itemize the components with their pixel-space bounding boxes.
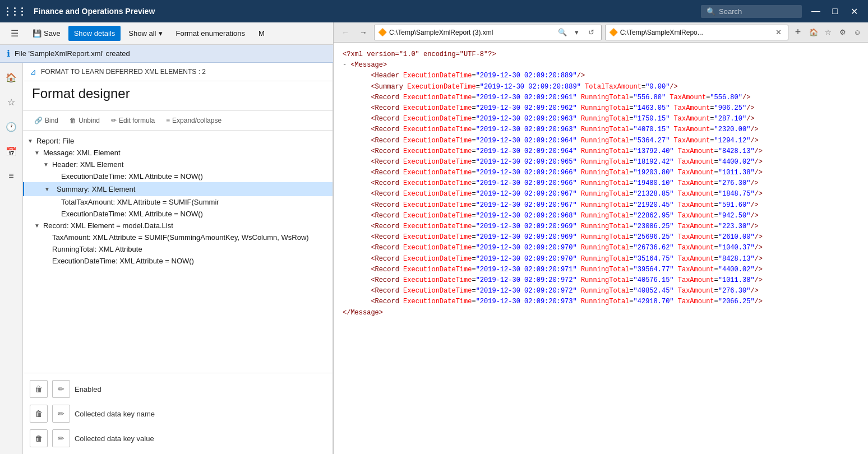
format-enumerations-button[interactable]: Format enumerations <box>170 26 251 41</box>
save-button[interactable]: 💾 Save <box>27 26 66 41</box>
browser-second-address-text: C:\Temp\SampleXmlRepo... <box>620 29 770 36</box>
xml-content: <?xml version="1.0" encoding="UTF-8"?> -… <box>334 43 868 454</box>
xml-line: <Record ExecutionDateTime="2019-12-30 02… <box>343 178 859 189</box>
browser-smiley-icon-button[interactable]: ☺ <box>851 26 864 39</box>
designer-header: Format designer <box>23 81 333 111</box>
notification-text: File 'SampleXmlReport.xml' created <box>15 49 130 58</box>
xml-line: - <Message> <box>343 60 859 71</box>
browser-search-address-button[interactable]: 🔍 <box>556 26 569 39</box>
sidebar-list-button[interactable]: ≡ <box>1 166 21 186</box>
browser-second-address: 🔶 C:\Temp\SampleXmlRepo... ✕ <box>605 25 788 40</box>
tree-arrow[interactable]: ▼ <box>34 223 41 229</box>
browser-home-icon-button[interactable]: 🏠 <box>807 26 820 39</box>
sidebar-icons: 🏠 ☆ 🕐 📅 ≡ <box>0 63 23 454</box>
tree-container: ▼ Report: File ▼ Message: XML Element ▼ … <box>23 131 333 373</box>
more-button[interactable]: M <box>253 26 270 41</box>
tree-item[interactable]: TotalTaxAmount: XML Attribute = SUMIF(Su… <box>23 196 333 208</box>
sidebar-home-button[interactable]: 🏠 <box>1 67 21 87</box>
window-close-button[interactable]: ✕ <box>847 4 861 18</box>
sidebar-clock-button[interactable]: 🕐 <box>1 117 21 137</box>
tree-item[interactable]: RunningTotal: XML Attribute <box>23 243 333 255</box>
prop-row-enabled: 🗑 ✏ Enabled <box>30 380 326 398</box>
xml-line: <Record ExecutionDateTime="2019-12-30 02… <box>343 146 859 157</box>
key-value-label: Collected data key value <box>75 434 154 443</box>
tree-item[interactable]: ▼ Header: XML Element <box>23 159 333 170</box>
browser-address-bar: 🔶 C:\Temp\SampleXmlReport (3).xml 🔍 ▾ ↺ <box>374 25 602 40</box>
sidebar-calendar-button[interactable]: 📅 <box>1 141 21 161</box>
sub-toolbar: 🔗 Bind 🗑 Unbind ✏ Edit formula ≡ Expand/… <box>23 111 333 131</box>
tree-arrow[interactable]: ▼ <box>43 161 50 168</box>
xml-line: <Record ExecutionDateTime="2019-12-30 02… <box>343 297 859 307</box>
browser-forward-button[interactable]: → <box>356 25 371 40</box>
show-all-button[interactable]: Show all ▾ <box>123 26 168 41</box>
expand-collapse-button[interactable]: ≡ Expand/collapse <box>161 114 226 127</box>
sidebar-star-button[interactable]: ☆ <box>1 92 21 112</box>
tree-label: Header: XML Element <box>52 160 123 169</box>
app-title: Finance and Operations Preview <box>34 7 694 16</box>
browser-gear-icon-button[interactable]: ⚙ <box>837 26 849 39</box>
prop-row-key-name: 🗑 ✏ Collected data key name <box>30 405 326 423</box>
edit-key-name-button[interactable]: ✏ <box>52 405 70 423</box>
tree-item[interactable]: ▼ Message: XML Element <box>23 147 333 159</box>
xml-line: <Record ExecutionDateTime="2019-12-30 02… <box>343 254 859 265</box>
tree-item[interactable]: ExecutionDateTime: XML Attribute = NOW() <box>23 208 333 220</box>
browser-refresh-button[interactable]: ↺ <box>585 26 598 39</box>
edit-formula-icon: ✏ <box>111 117 117 124</box>
tree-item[interactable]: ▼ Record: XML Element = model.Data.List <box>23 220 333 231</box>
window-maximize-button[interactable]: □ <box>828 4 842 18</box>
browser-address-icons: 🔍 ▾ ↺ <box>556 26 598 39</box>
unbind-icon: 🗑 <box>70 117 76 124</box>
delete-enabled-button[interactable]: 🗑 <box>30 380 48 398</box>
tree-label: Report: File <box>36 137 74 145</box>
xml-line: <Record ExecutionDateTime="2019-12-30 02… <box>343 189 859 200</box>
edit-key-value-button[interactable]: ✏ <box>52 429 70 447</box>
tree-arrow[interactable]: ▼ <box>27 138 34 144</box>
delete-key-name-button[interactable]: 🗑 <box>30 405 48 423</box>
tree-item[interactable]: ExecutionDateTime: XML Attribute = NOW() <box>23 255 333 267</box>
tree-item[interactable]: TaxAmount: XML Attribute = SUMIF(Summing… <box>23 231 333 243</box>
browser-dropdown-button[interactable]: ▾ <box>571 26 583 39</box>
tree-label: ExecutionDateTime: XML Attribute = NOW() <box>61 210 203 218</box>
xml-line: <Record ExecutionDateTime="2019-12-30 02… <box>343 200 859 211</box>
tree-label: RunningTotal: XML Attribute <box>52 245 142 253</box>
xml-line: <Record ExecutionDateTime="2019-12-30 02… <box>343 92 859 103</box>
waffle-icon[interactable] <box>7 7 27 16</box>
main-toolbar: ☰ 💾 Save Show details Show all ▾ Format … <box>0 22 333 45</box>
browser-new-tab-button[interactable]: + <box>792 26 804 39</box>
tree-item[interactable]: ▼ Report: File <box>23 135 333 147</box>
show-details-button[interactable]: Show details <box>68 26 121 41</box>
prop-row-key-value: 🗑 ✏ Collected data key value <box>30 429 326 447</box>
xml-line: <Record ExecutionDateTime="2019-12-30 02… <box>343 103 859 114</box>
xml-line: <Summary ExecutionDateTime="2019-12-30 0… <box>343 82 859 92</box>
edit-enabled-button[interactable]: ✏ <box>52 380 70 398</box>
left-panel: ⊿ FORMAT TO LEARN DEFERRED XML ELEMENTS … <box>23 63 333 454</box>
browser-address-text: C:\Temp\SampleXmlReport (3).xml <box>389 29 554 36</box>
filter-bar: ⊿ FORMAT TO LEARN DEFERRED XML ELEMENTS … <box>23 63 333 81</box>
unbind-button[interactable]: 🗑 Unbind <box>65 114 104 127</box>
tree-item-selected[interactable]: ▼ Summary: XML Element <box>23 182 333 196</box>
window-minimize-button[interactable]: — <box>809 4 823 18</box>
hamburger-button[interactable]: ☰ <box>4 24 25 44</box>
browser-star-icon-button[interactable]: ☆ <box>822 26 834 39</box>
tree-arrow[interactable]: ▼ <box>44 186 51 192</box>
browser-close-tab-button[interactable]: ✕ <box>772 26 784 39</box>
app-bar: Finance and Operations Preview 🔍 — □ ✕ <box>0 0 868 22</box>
xml-line: <Record ExecutionDateTime="2019-12-30 02… <box>343 157 859 168</box>
browser-back-button[interactable]: ← <box>338 25 353 40</box>
delete-key-value-button[interactable]: 🗑 <box>30 429 48 447</box>
xml-line: <Record ExecutionDateTime="2019-12-30 02… <box>343 168 859 178</box>
tree-item[interactable]: ExecutionDateTime: XML Attribute = NOW() <box>23 170 333 182</box>
properties-panel: 🗑 ✏ Enabled 🗑 ✏ Collected data key name … <box>23 373 333 454</box>
bind-icon: 🔗 <box>34 117 43 124</box>
edit-formula-button[interactable]: ✏ Edit formula <box>107 114 159 127</box>
notification-bar: ℹ File 'SampleXmlReport.xml' created <box>0 45 333 63</box>
search-input[interactable] <box>719 7 786 16</box>
tree-label: ExecutionDateTime: XML Attribute = NOW() <box>61 172 203 180</box>
browser-nav-bar: ← → 🔶 C:\Temp\SampleXmlReport (3).xml 🔍 … <box>334 22 868 43</box>
bind-button[interactable]: 🔗 Bind <box>30 114 63 127</box>
chevron-down-icon: ▾ <box>159 29 163 38</box>
tree-label: Record: XML Element = model.Data.List <box>43 221 173 230</box>
designer-title: Format designer <box>32 86 324 101</box>
search-icon: 🔍 <box>707 7 715 16</box>
tree-arrow[interactable]: ▼ <box>34 150 41 156</box>
